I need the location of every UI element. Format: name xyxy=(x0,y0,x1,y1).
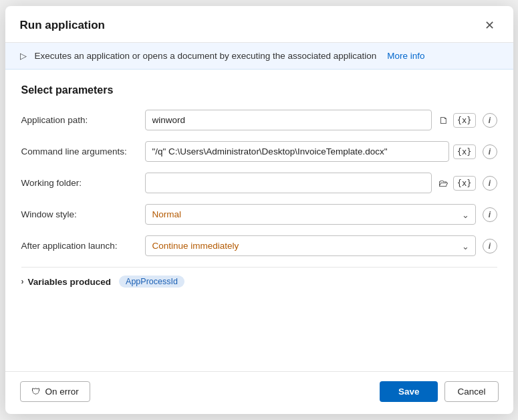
window-style-label: Window style: xyxy=(21,209,138,219)
variables-chevron-icon: › xyxy=(21,277,24,286)
application-path-input-group: 🗋 {x} xyxy=(145,110,476,130)
application-path-label: Application path: xyxy=(21,115,138,125)
folder-icon: 🗁 xyxy=(438,177,448,189)
info-icon-cmdargs: i xyxy=(483,144,497,159)
cancel-button[interactable]: Cancel xyxy=(444,381,498,402)
cmdargs-icons: {x} xyxy=(453,144,476,159)
cmdargs-label: Command line arguments: xyxy=(21,146,138,156)
vars-button-folder[interactable]: {x} xyxy=(453,176,476,191)
cmdargs-input[interactable] xyxy=(145,141,449,162)
shield-icon: 🛡 xyxy=(31,387,41,397)
info-banner: ▷ Executes an application or opens a doc… xyxy=(5,43,513,70)
working-folder-input-group: 🗁 {x} xyxy=(145,173,476,193)
dialog-title: Run application xyxy=(20,19,106,32)
cmdargs-row: Command line arguments: {x} i xyxy=(21,141,497,162)
info-icon-afterlaunch: i xyxy=(483,239,497,253)
variable-badge-appprocessid: AppProcessId xyxy=(119,276,184,288)
on-error-button[interactable]: 🛡 On error xyxy=(20,381,90,402)
more-info-link[interactable]: More info xyxy=(387,51,424,61)
working-folder-row: Working folder: 🗁 {x} i xyxy=(21,173,497,193)
footer-right: Save Cancel xyxy=(380,381,499,402)
variables-toggle-label: Variables produced xyxy=(28,277,112,287)
close-button[interactable]: ✕ xyxy=(481,18,499,33)
window-style-select-wrapper: Normal Minimized Maximized Hidden ⌄ xyxy=(145,204,476,225)
variables-toggle[interactable]: › Variables produced xyxy=(21,277,112,287)
vars-button-apppath[interactable]: {x} xyxy=(453,113,476,128)
window-style-row: Window style: Normal Minimized Maximized… xyxy=(21,204,497,225)
working-folder-label: Working folder: xyxy=(21,178,138,188)
banner-text: Executes an application or opens a docum… xyxy=(35,51,377,61)
window-style-select[interactable]: Normal Minimized Maximized Hidden xyxy=(145,204,476,225)
working-folder-input[interactable] xyxy=(145,173,432,193)
file-picker-button[interactable]: 🗋 xyxy=(436,112,451,128)
save-button[interactable]: Save xyxy=(380,381,438,402)
application-path-row: Application path: 🗋 {x} i xyxy=(21,110,497,130)
after-launch-label: After application launch: xyxy=(21,241,138,251)
info-icon-folder: i xyxy=(483,176,497,191)
section-title: Select parameters xyxy=(21,84,497,96)
vars-button-cmdargs[interactable]: {x} xyxy=(453,144,476,159)
after-launch-row: After application launch: Continue immed… xyxy=(21,235,497,256)
working-folder-icons: 🗁 {x} xyxy=(436,175,476,191)
run-application-dialog: Run application ✕ ▷ Executes an applicat… xyxy=(5,6,513,414)
dialog-footer: 🛡 On error Save Cancel xyxy=(5,371,513,414)
play-icon: ▷ xyxy=(20,51,27,61)
after-launch-select-wrapper: Continue immediately Wait for applicatio… xyxy=(145,235,476,256)
cmdargs-input-group: {x} xyxy=(145,141,476,162)
dialog-header: Run application ✕ xyxy=(5,6,513,43)
on-error-label: On error xyxy=(45,387,79,397)
variables-section: › Variables produced AppProcessId xyxy=(21,267,497,293)
application-path-input[interactable] xyxy=(145,110,432,130)
info-icon-winstyle: i xyxy=(483,207,497,222)
window-style-input-group: Normal Minimized Maximized Hidden ⌄ xyxy=(145,204,476,225)
footer-left: 🛡 On error xyxy=(20,381,90,402)
folder-picker-button[interactable]: 🗁 xyxy=(436,175,451,191)
application-path-icons: 🗋 {x} xyxy=(436,112,476,128)
after-launch-select[interactable]: Continue immediately Wait for applicatio… xyxy=(145,235,476,256)
info-icon-apppath: i xyxy=(483,113,497,128)
dialog-body: Select parameters Application path: 🗋 {x… xyxy=(5,70,513,371)
file-icon: 🗋 xyxy=(438,114,448,126)
after-launch-input-group: Continue immediately Wait for applicatio… xyxy=(145,235,476,256)
